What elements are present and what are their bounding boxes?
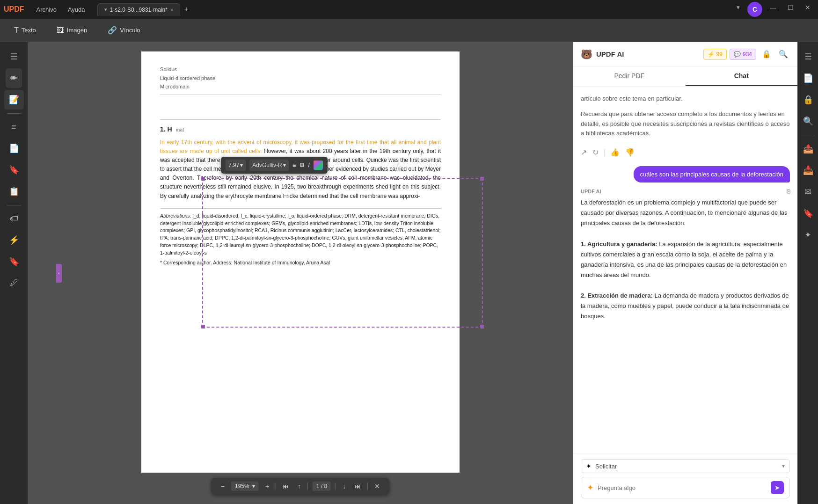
ai-chat-area[interactable]: artículo sobre este tema en particular. … (573, 87, 797, 453)
zoom-display[interactable]: 195% ▾ (231, 482, 259, 491)
menu-archivo[interactable]: Archivo (32, 4, 61, 15)
ai-response-point-1-label: 1. Agricultura y ganadería: (581, 241, 657, 248)
bold-button[interactable]: B (300, 161, 304, 170)
minimize-button[interactable]: — (766, 2, 780, 17)
ai-external-link-icon[interactable]: ↗ (581, 148, 587, 157)
prev-page-button[interactable]: ↑ (296, 481, 303, 492)
sidebar-icon-list[interactable]: ≡ (7, 117, 21, 137)
ai-solicitar-selector[interactable]: ✦ Solicitar ▾ (581, 459, 790, 473)
toolbar-vinculo-label: Vínculo (120, 27, 140, 34)
sidebar-icon-bookmark[interactable]: 🔖 (4, 160, 24, 180)
ai-context-text-1: artículo sobre este tema en particular. (581, 95, 683, 102)
next-page-button[interactable]: ↓ (341, 481, 348, 492)
ai-lock-icon[interactable]: 🔒 (760, 48, 773, 60)
tab-dropdown-icon[interactable]: ▾ (104, 7, 107, 13)
tab-chat[interactable]: Chat (686, 66, 798, 86)
text-format-toolbar: 7.97 ▾ AdvGulliv-R ▾ ≡ B I (221, 157, 328, 174)
right-sidebar-icon-7[interactable]: ✉ (800, 182, 816, 202)
sidebar-icon-layers[interactable]: ⚡ (4, 230, 24, 250)
last-page-button[interactable]: ⏭ (352, 481, 363, 492)
zoom-dropdown[interactable]: ▾ (252, 483, 255, 489)
tab-label: 1-s2.0-S0...9831-main* (110, 7, 168, 13)
text-align-button[interactable]: ≡ (292, 161, 296, 170)
right-sidebar-icon-9[interactable]: ✦ (800, 225, 816, 245)
user-avatar[interactable]: C (747, 2, 762, 17)
pdf-viewer[interactable]: ‹ Solidus Liquid-disordered phase Microd… (28, 42, 573, 504)
sidebar-icon-tag[interactable]: 🏷 (5, 209, 23, 228)
toolbar-divider-3 (336, 482, 336, 490)
menu-bar: Archivo Ayuda (32, 4, 90, 15)
ai-refresh-icon[interactable]: ↻ (592, 148, 599, 157)
right-sidebar-icon-1[interactable]: ☰ (800, 47, 817, 66)
sidebar-icon-edit[interactable]: ✏ (6, 68, 22, 88)
toolbar-texto[interactable]: T Texto (9, 23, 41, 37)
font-family-selector[interactable]: AdvGulliv-R ▾ (249, 160, 288, 171)
font-family-dropdown[interactable]: ▾ (283, 161, 286, 169)
zoom-in-button[interactable]: + (263, 481, 271, 492)
titlebar: UPDF Archivo Ayuda ▾ 1-s2.0-S0...9831-ma… (0, 0, 818, 19)
new-tab-button[interactable]: + (180, 5, 192, 14)
ai-thumbup-icon[interactable]: 👍 (610, 148, 620, 157)
badge-yellow-icon: ⚡ (708, 51, 715, 58)
ai-copy-icon[interactable]: ⎘ (787, 188, 790, 195)
page-divider-2 (160, 119, 441, 120)
ai-response-point-2-label: 2. Extracción de madera: (581, 292, 653, 299)
ai-send-button[interactable]: ➤ (771, 481, 784, 494)
tabs-dropdown[interactable]: ▾ (733, 2, 744, 17)
resize-handle-bl[interactable] (201, 325, 205, 329)
toolbar-texto-label: Texto (22, 27, 36, 34)
ai-input-row: ✦ ➤ (581, 477, 790, 498)
italic-button[interactable]: I (308, 161, 310, 170)
app-logo: UPDF (4, 5, 24, 14)
ai-badge-yellow[interactable]: ⚡ 99 (703, 49, 727, 60)
right-sidebar-icon-4[interactable]: 🔍 (798, 111, 818, 131)
font-size-dropdown[interactable]: ▾ (240, 161, 243, 169)
section-heading: 1. H mat (160, 124, 441, 134)
footnote-text: * Corresponding author. Address: Nationa… (160, 259, 441, 267)
side-panel-toggle[interactable]: ‹ (56, 264, 62, 283)
sidebar-icon-page[interactable]: 📄 (4, 139, 24, 158)
menu-ayuda[interactable]: Ayuda (63, 4, 90, 15)
sidebar-icon-annotate[interactable]: 📝 (4, 90, 24, 110)
ai-search-icon[interactable]: 🔍 (777, 48, 790, 60)
solicitar-dropdown-icon[interactable]: ▾ (782, 463, 785, 469)
right-sidebar-divider (801, 135, 815, 135)
active-tab[interactable]: ▾ 1-s2.0-S0...9831-main* × (97, 3, 181, 16)
toolbar-imagen[interactable]: 🖼 Imagen (52, 23, 92, 37)
sidebar-icon-doc[interactable]: ☰ (6, 47, 22, 66)
ai-header: 🐻 UPDF AI ⚡ 99 💬 934 🔒 🔍 (573, 42, 797, 66)
tab-pedir-pdf[interactable]: Pedir PDF (573, 66, 686, 86)
ai-thumbdown-icon[interactable]: 👎 (625, 148, 635, 157)
resize-handle-br[interactable] (480, 325, 484, 329)
ai-badges: ⚡ 99 💬 934 (703, 49, 756, 60)
zoom-value: 195% (235, 483, 249, 489)
first-page-button[interactable]: ⏮ (281, 481, 291, 492)
abbrev-content: l_d, liquid-disordered; l_c, liquid-crys… (160, 213, 440, 256)
ai-tabs: Pedir PDF Chat (573, 66, 797, 87)
sidebar-icon-pen[interactable]: 🖊 (5, 273, 23, 292)
badge-yellow-count: 99 (716, 51, 723, 58)
resize-handle-tr[interactable] (480, 177, 484, 181)
ai-badge-purple[interactable]: 💬 934 (730, 49, 756, 60)
toolbar-vinculo[interactable]: 🔗 Vínculo (103, 23, 145, 37)
right-sidebar-icon-6[interactable]: 📥 (798, 161, 818, 180)
sidebar-divider-1 (7, 113, 21, 114)
zoom-out-button[interactable]: − (219, 481, 226, 492)
bottom-toolbar: − 195% ▾ + ⏮ ↑ 1 / 8 ↓ ⏭ ✕ (212, 478, 389, 495)
color-picker-button[interactable] (314, 161, 323, 170)
right-sidebar-icon-3[interactable]: 🔒 (798, 90, 818, 110)
close-toolbar-button[interactable]: ✕ (372, 481, 382, 492)
close-button[interactable]: ✕ (801, 2, 814, 17)
maximize-button[interactable]: ☐ (784, 2, 797, 17)
right-sidebar-icon-8[interactable]: 🔖 (798, 204, 818, 223)
header-item-2: Liquid-disordered phase (160, 74, 441, 82)
sidebar-icon-clipboard[interactable]: 📋 (4, 182, 24, 201)
font-size-selector[interactable]: 7.97 ▾ (226, 160, 246, 171)
right-sidebar-icon-2[interactable]: 📄 (798, 68, 818, 88)
badge-purple-count: 934 (743, 51, 752, 58)
ai-question-input[interactable] (598, 484, 767, 491)
right-sidebar-icon-5[interactable]: 📤 (798, 139, 818, 159)
tab-close-button[interactable]: × (170, 7, 173, 13)
sidebar-icon-mark[interactable]: 🔖 (4, 252, 24, 271)
heading-continuation: mat (176, 127, 184, 132)
